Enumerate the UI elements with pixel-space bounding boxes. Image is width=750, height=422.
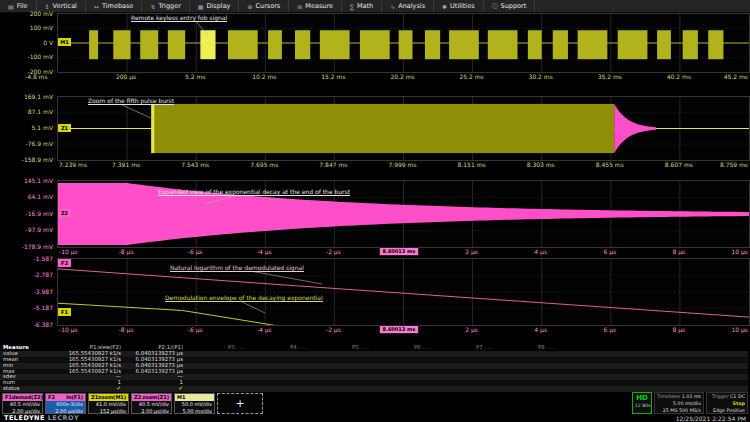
descriptor-m1[interactable]: M150.0 mV/div5.00 ms/div [174, 393, 215, 414]
x-axis-label: 7.543 ms [178, 161, 212, 168]
analysis-wave-icon: ∿ [390, 3, 395, 10]
y-axis-label: -1.587 [0, 255, 53, 262]
grid-m1-waveform [58, 14, 749, 72]
hd-resolution-badge[interactable]: HD 12 Bits [632, 392, 652, 414]
y-axis-label: -6.387 [0, 321, 53, 328]
x-axis-label: 7.847 ms [316, 161, 350, 168]
descriptor-header: F1demod(Z2) [3, 394, 42, 401]
add-trace-button[interactable]: + [217, 393, 263, 414]
menu-item-cursors[interactable]: ⊕Cursors [239, 0, 289, 12]
measure-cell: ✔ [61, 386, 123, 392]
y-axis-label: 100 mV [0, 24, 53, 31]
trace-indicator-m1[interactable]: M1 [58, 38, 71, 46]
display-grid-icon: ▦ [198, 3, 204, 10]
y-axis-label: -3.987 [0, 288, 53, 295]
oscilloscope-screen: ▤File↕Vertical↔Timebase↯Trigger▦Display⊕… [0, 0, 750, 422]
trace-indicator-f1[interactable]: F1 [58, 308, 71, 316]
measure-table: MeasureP1:slew(F2)P2:1/(P1)P3 . . .P4 . … [0, 345, 748, 392]
x-axis-label: -2 µs [316, 326, 350, 333]
measure-row-label: status [0, 386, 61, 392]
menu-item-display[interactable]: ▦Display [190, 0, 240, 12]
timebase-summary-box[interactable]: Timebase 1.03 ms 5.00 ms/div 25 MS 500 M… [654, 392, 704, 414]
x-axis-label: 8 µs [662, 326, 696, 333]
descriptor-function: ln(F1) [66, 394, 83, 401]
hd-label: HD [635, 393, 649, 403]
measure-column-header[interactable]: P8 . . . [495, 345, 557, 351]
menu-item-timebase[interactable]: ↔Timebase [86, 0, 142, 12]
descriptor-f2[interactable]: F2ln(F1)600e-3/div2.00 µs/div [45, 393, 86, 414]
file-icon: ▤ [8, 3, 14, 10]
x-axis-label: 8 µs [662, 248, 696, 255]
cursors-crosshair-icon: ⊕ [247, 3, 252, 10]
descriptor-z2[interactable]: Z2zoom(Z1)40.5 mV/div2.00 µs/div [131, 393, 172, 414]
measure-column-header[interactable]: P3 . . . [185, 345, 247, 351]
menu-item-label: Utilities [450, 2, 474, 10]
x-axis-label: 8.607 ms [662, 161, 696, 168]
y-axis-label: 200 mV [0, 10, 53, 17]
x-axis-label: -4 µs [247, 326, 281, 333]
x-axis-label: 10 µs [714, 248, 748, 255]
menu-bar: ▤File↕Vertical↔Timebase↯Trigger▦Display⊕… [0, 0, 750, 13]
x-axis-label: 2 µs [455, 248, 489, 255]
grid-f-waveform [58, 259, 749, 325]
descriptor-id: F1 [5, 394, 12, 401]
x-axis-label: -8 µs [109, 326, 143, 333]
y-axis-label: -2.787 [0, 271, 53, 278]
annotation-label: Zoom of the fifth pulse burst [88, 97, 174, 105]
math-sigma-icon: ∑ [350, 3, 354, 10]
trigger-type: Edge Positive [709, 407, 745, 414]
trace-indicator-z2[interactable]: Z2 [58, 209, 71, 217]
timebase-offset: 1.03 ms [682, 394, 701, 399]
x-axis-label: -8 µs [109, 248, 143, 255]
y-axis-label: -158.9 mV [0, 156, 53, 163]
x-axis-label: 10 µs [714, 326, 748, 333]
hd-bits-label: 12 Bits [635, 403, 649, 409]
menu-item-label: Measure [305, 2, 333, 10]
x-axis-label: -10 µs [59, 248, 78, 255]
x-axis-label: 2 µs [455, 326, 489, 333]
measure-column-header[interactable]: P6 . . . [371, 345, 433, 351]
x-axis-label: 35.2 ms [593, 73, 627, 80]
timebase-scale: 5.00 ms/div [657, 400, 701, 407]
y-axis-label: -5.187 [0, 304, 53, 311]
menu-item-utilities[interactable]: ✱Utilities [434, 0, 484, 12]
measure-column-header[interactable]: P4 . . . [247, 345, 309, 351]
y-axis-label: 5.1 mV [0, 124, 53, 131]
x-axis-label: -10 µs [59, 326, 78, 333]
annotation-label: Natural logarithm of the demodulated sig… [170, 264, 304, 272]
measure-column-header[interactable]: P7 . . . [433, 345, 495, 351]
x-axis-label: -6 µs [178, 248, 212, 255]
menu-item-label: Trigger [158, 2, 180, 10]
y-axis-label: 145.1 mV [0, 177, 53, 184]
menu-item-analysis[interactable]: ∿Analysis [382, 0, 434, 12]
menu-item-label: Display [207, 2, 231, 10]
measure-column-header[interactable]: P5 . . . [309, 345, 371, 351]
trigger-mode-stop: Stop [709, 400, 745, 407]
grid-m1-plot-area[interactable] [57, 13, 750, 73]
zoom-center-time-readout: 8.60013 ms [379, 325, 420, 334]
descriptor-header: Z1zoom(M1) [89, 394, 128, 401]
menu-item-measure[interactable]: ⊞Measure [289, 0, 342, 12]
x-axis-label: 10.2 ms [247, 73, 281, 80]
measure-cell: ✔ [123, 386, 185, 392]
descriptor-f1[interactable]: F1demod(Z2)40.5 mV/div2.00 µs/div [2, 393, 43, 414]
trace-indicator-z1[interactable]: Z1 [58, 124, 71, 132]
grid-z1-plot-area[interactable] [57, 96, 750, 161]
descriptor-function: zoom(M1) [98, 394, 126, 401]
menu-item-support[interactable]: ⓘSupport [484, 0, 536, 12]
x-axis-label: 7.695 ms [247, 161, 281, 168]
x-axis-label: 15.2 ms [316, 73, 350, 80]
measure-icon: ⊞ [297, 3, 302, 10]
trigger-summary-box[interactable]: Trigger C1 DC Stop Edge Positive [706, 392, 748, 414]
descriptor-header: M1 [175, 394, 214, 401]
footer-bar: TELEDYNE LECROY 12/25/2021 2:22:54 PM [0, 414, 750, 422]
x-axis-label: -6 µs [178, 326, 212, 333]
trigger-title: Trigger [712, 394, 729, 399]
trace-indicator-f2[interactable]: F2 [58, 259, 71, 267]
grid-f-plot-area[interactable] [57, 258, 750, 326]
y-axis-label: 169.1 mV [0, 93, 53, 100]
menu-item-trigger[interactable]: ↯Trigger [142, 0, 189, 12]
menu-item-math[interactable]: ∑Math [342, 0, 382, 12]
descriptor-z1[interactable]: Z1zoom(M1)41.0 mV/div152 µs/div [88, 393, 129, 414]
x-axis-label: -4.8 ms [25, 73, 48, 80]
